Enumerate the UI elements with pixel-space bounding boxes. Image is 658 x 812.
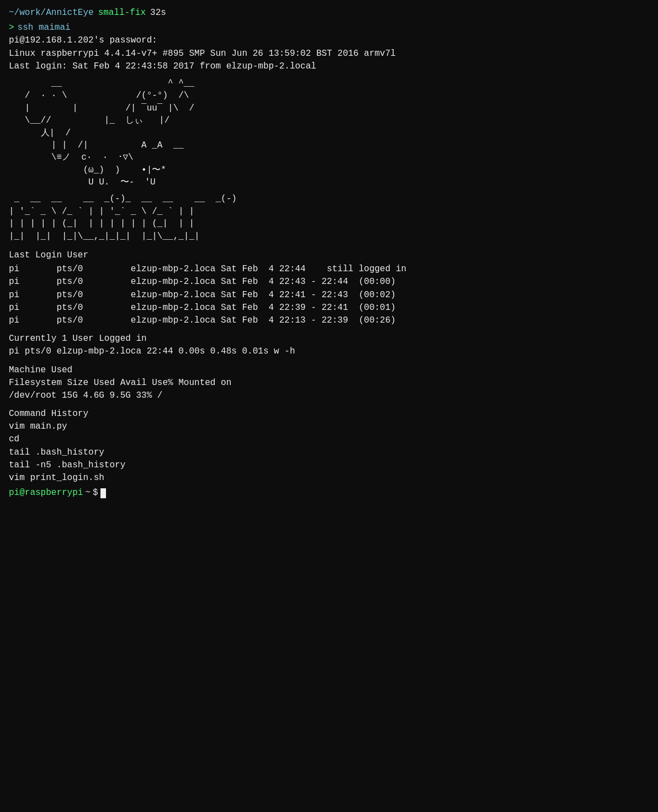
final-prompt-symbol: $ (93, 487, 98, 499)
last-login-info: Last login: Sat Feb 4 22:43:58 2017 from… (9, 60, 649, 73)
currently-header: Currently 1 User Logged in (9, 333, 649, 345)
filesystem-header: Filesystem Size Used Avail Use% Mounted … (9, 377, 649, 389)
history-item-1: vim main.py (9, 420, 649, 433)
ssh-command: ssh maimai (18, 22, 71, 34)
history-item-4: tail -n5 .bash_history (9, 459, 649, 472)
ascii-art-logo: _ __ __ __ _(-)_ __ __ __ _(-) | '_` _ \… (9, 193, 649, 242)
final-prompt: pi@raspberrypi ~ $ (9, 487, 649, 499)
currently-section: Currently 1 User Logged in pi pts/0 elzu… (9, 333, 649, 358)
command-history-header: Command History (9, 408, 649, 420)
final-prompt-user-host: pi@raspberrypi (9, 487, 83, 499)
history-item-5: vim print_login.sh (9, 472, 649, 484)
machine-section: Machine Used Filesystem Size Used Avail … (9, 364, 649, 403)
cursor (100, 488, 106, 498)
terminal-window: ~/work/AnnictEye small-fix 32s > ssh mai… (9, 7, 649, 499)
history-item-3: tail .bash_history (9, 446, 649, 459)
login-table: pi pts/0 elzup-mbp-2.loca Sat Feb 4 22:4… (9, 263, 649, 327)
title-bar: ~/work/AnnictEye small-fix 32s (9, 7, 649, 19)
filesystem-row: /dev/root 15G 4.6G 9.5G 33% / (9, 389, 649, 402)
timer: 32s (150, 7, 166, 19)
machine-header: Machine Used (9, 364, 649, 377)
last-login-header: Last Login User (9, 249, 649, 262)
last-login-section: Last Login User pi pts/0 elzup-mbp-2.loc… (9, 249, 649, 327)
linux-info: Linux raspberrypi 4.4.14-v7+ #895 SMP Su… (9, 48, 649, 60)
working-path: ~/work/AnnictEye (9, 7, 94, 19)
command-history-section: Command History vim main.py cd tail .bas… (9, 408, 649, 484)
connection-output: pi@192.168.1.202's password: Linux raspb… (9, 34, 649, 73)
current-user-line: pi pts/0 elzup-mbp-2.loca 22:44 0.00s 0.… (9, 345, 649, 358)
final-prompt-dir: ~ (85, 487, 91, 499)
ssh-command-line: > ssh maimai (9, 22, 649, 34)
prompt-arrow: > (9, 22, 14, 34)
history-item-2: cd (9, 433, 649, 446)
ascii-art-animals: __ ^ ^__ / · · \ /(°-°) /\ | | /| ¯uu¯ |… (9, 77, 649, 189)
git-branch: small-fix (98, 7, 146, 19)
password-prompt: pi@192.168.1.202's password: (9, 34, 649, 47)
